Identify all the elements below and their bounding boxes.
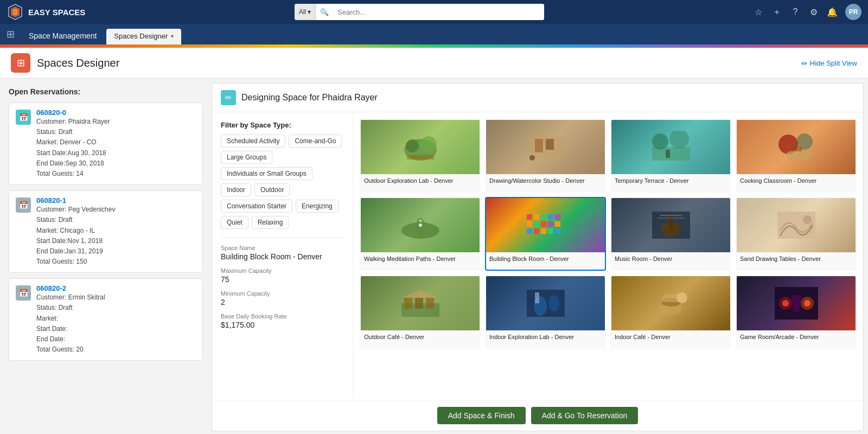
space-card-indoor-cafe[interactable]: Indoor Café - Denver (610, 275, 731, 349)
calendar-icon-1: 📅 (19, 201, 28, 209)
space-card-meditation[interactable]: Walking Meditation Paths - Denver (360, 197, 481, 271)
svg-rect-46 (404, 298, 412, 309)
add-space-finish-button[interactable]: Add Space & Finish (437, 407, 526, 424)
space-card-sand[interactable]: Sand Drawing Tables - Denver (736, 197, 857, 271)
res-info-2: 060820-2 Customer: Ermin Skitral Status:… (36, 284, 196, 355)
space-card-img-outdoor-exp (361, 120, 480, 174)
tab-spaces-designer[interactable]: Spaces Designer ▾ (106, 29, 181, 44)
svg-rect-48 (426, 298, 434, 309)
space-card-indoor-lab[interactable]: Indoor Exploration Lab - Denver (485, 275, 606, 349)
app-logo[interactable]: EASY SPACES (7, 3, 85, 21)
filter-tag-energizing[interactable]: Energizing (296, 200, 339, 213)
search-bar: All ▾ 🔍 (295, 4, 544, 20)
filter-tag-quiet[interactable]: Quiet (221, 216, 248, 229)
space-card-music[interactable]: Music Room - Denver (610, 197, 731, 271)
res-info-1: 060820-1 Customer: Peg Vedenichev Status… (36, 196, 196, 267)
filter-tag-convo[interactable]: Conversation Starter (221, 200, 292, 213)
rate-value: $1,175.00 (221, 321, 344, 329)
space-card-building[interactable]: Building Block Room - Denver (485, 197, 606, 271)
nav-label: Space Management (21, 28, 104, 44)
svg-rect-35 (541, 228, 546, 234)
filter-tag-come-go[interactable]: Come-and-Go (289, 135, 342, 148)
space-name-value: Building Block Room - Denver (221, 252, 344, 261)
reservation-card-1: 📅 060820-1 Customer: Peg Vedenichev Stat… (9, 190, 203, 273)
calendar-icon: 📅 (19, 113, 28, 122)
res-detail-0: Customer: Phaidra Rayer Status: Draft Ma… (36, 117, 196, 179)
svg-point-13 (652, 133, 668, 150)
open-reservations-title: Open Reservations: (9, 87, 203, 96)
filter-tag-scheduled[interactable]: Scheduled Activity (221, 135, 285, 148)
calendar-icon-2: 📅 (19, 289, 28, 297)
right-panel: ✏ Designing Space for Phaidra Rayer Filt… (212, 83, 864, 431)
space-card-img-outdoor-cafe (361, 276, 480, 330)
filter-divider (221, 238, 344, 238)
svg-rect-19 (791, 147, 802, 151)
svg-point-5 (406, 139, 419, 152)
top-nav: EASY SPACES All ▾ 🔍 ☆ ＋ ? ⚙ 🔔 PR (0, 0, 868, 24)
res-id-2[interactable]: 060820-2 (36, 284, 196, 292)
filter-tags: Scheduled Activity Come-and-Go Large Gro… (221, 135, 344, 229)
main-layout: Open Reservations: 📅 060820-0 Customer: … (0, 79, 868, 434)
hide-split-button[interactable]: ⇔ Hide Split View (801, 59, 857, 67)
space-card-label-music: Music Room - Denver (611, 252, 730, 270)
svg-point-60 (804, 300, 810, 307)
res-icon-2: 📅 (16, 285, 31, 301)
filter-tag-indoor[interactable]: Indoor (221, 183, 251, 196)
svg-point-14 (669, 131, 689, 149)
min-cap-value: 2 (221, 298, 344, 307)
avatar[interactable]: PR (845, 4, 861, 20)
filter-tag-individuals[interactable]: Individuals or Small Groups (221, 167, 312, 180)
filter-title: Filter by Space Type: (221, 121, 344, 129)
space-card-img-drawing (486, 120, 605, 174)
space-card-terrace[interactable]: Temporary Terrace - Denver (610, 119, 731, 193)
add-icon[interactable]: ＋ (771, 7, 782, 17)
settings-icon[interactable]: ⚙ (808, 7, 819, 17)
max-cap-row: Maximum Capacity 75 (221, 267, 344, 284)
space-card-img-meditation (361, 198, 480, 252)
svg-rect-40 (669, 214, 673, 231)
space-card-cooking[interactable]: Cooking Classroom - Denver (736, 119, 857, 193)
svg-rect-37 (555, 228, 560, 234)
favorites-icon[interactable]: ☆ (753, 7, 764, 17)
res-id-1[interactable]: 060820-1 (36, 196, 196, 205)
reservation-card-0: 📅 060820-0 Customer: Phaidra Rayer Statu… (9, 103, 203, 185)
svg-point-22 (419, 220, 422, 222)
tab-chevron-icon: ▾ (171, 33, 174, 39)
filter-tag-large[interactable]: Large Groups (221, 151, 272, 164)
space-name-row: Space Name Building Block Room - Denver (221, 245, 344, 261)
space-card-label-terrace: Temporary Terrace - Denver (611, 174, 730, 192)
res-id-0[interactable]: 060820-0 (36, 108, 196, 117)
svg-rect-29 (534, 221, 539, 227)
filter-tag-relaxing[interactable]: Relaxing (252, 216, 289, 229)
space-card-img-sand (737, 198, 856, 252)
chevron-down-icon: ▾ (308, 8, 311, 16)
svg-rect-15 (666, 150, 670, 158)
designer-header: ✏ Designing Space for Phaidra Rayer (212, 84, 863, 112)
rate-label: Base Daily Booking Rate (221, 313, 344, 320)
app-grid-icon[interactable]: ⊞ (7, 28, 19, 44)
space-card-label-game-room: Game Room/Arcade - Denver (737, 330, 856, 348)
svg-rect-27 (555, 214, 560, 220)
space-grid: Outdoor Exploration Lab - Denver Drawing… (360, 119, 857, 349)
res-icon-0: 📅 (16, 110, 31, 125)
space-card-outdoor-exp[interactable]: Outdoor Exploration Lab - Denver (360, 119, 481, 193)
svg-rect-10 (546, 139, 554, 150)
space-card-label-indoor-cafe: Indoor Café - Denver (611, 330, 730, 348)
space-card-game-room[interactable]: Game Room/Arcade - Denver (736, 275, 857, 349)
filter-tag-outdoor[interactable]: Outdoor (254, 183, 290, 196)
space-card-label-indoor-lab: Indoor Exploration Lab - Denver (486, 330, 605, 348)
res-icon-1: 📅 (16, 197, 31, 213)
space-card-img-music (611, 198, 730, 252)
space-card-img-cooking (737, 120, 856, 174)
space-card-drawing[interactable]: Drawing/Watercolor Studio - Denver (485, 119, 606, 193)
svg-rect-33 (527, 228, 532, 234)
space-grid-col: Outdoor Exploration Lab - Denver Drawing… (353, 112, 863, 400)
space-card-img-indoor-lab (486, 276, 605, 330)
search-all-button[interactable]: All ▾ (295, 4, 316, 20)
search-input[interactable] (333, 4, 544, 20)
space-card-outdoor-cafe[interactable]: Outdoor Café - Denver (360, 275, 481, 349)
add-go-reservation-button[interactable]: Add & Go To Reservation (531, 407, 639, 424)
notifications-icon[interactable]: 🔔 (827, 7, 838, 17)
help-icon[interactable]: ? (790, 7, 801, 17)
action-bar: Add Space & Finish Add & Go To Reservati… (212, 400, 863, 431)
